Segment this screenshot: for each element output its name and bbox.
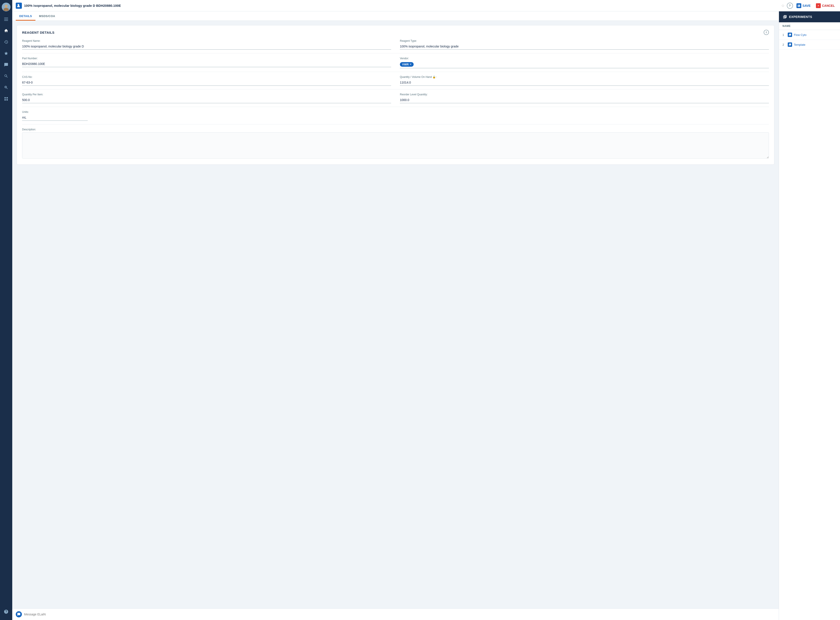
field-cas-no: CAS-No: (22, 75, 391, 86)
main-panel: DETAILS MSDS/COA REAGENT DETAILS i Reage… (12, 11, 779, 620)
field-qty-per-item: Quantity Per Item: (22, 93, 391, 103)
reagent-type-input[interactable] (400, 44, 769, 50)
cancel-button[interactable]: CANCEL (814, 2, 837, 9)
qty-per-item-label: Quantity Per Item: (22, 93, 391, 96)
message-input[interactable] (24, 612, 775, 616)
tabs-bar: DETAILS MSDS/COA (12, 11, 779, 21)
field-qty-volume: Quantity / Volume On Hand 🔒: (400, 75, 769, 86)
tab-details[interactable]: DETAILS (16, 11, 35, 21)
divider-4 (22, 107, 769, 107)
favorites-icon[interactable] (2, 49, 11, 58)
description-textarea[interactable] (22, 132, 769, 158)
card-header: REAGENT DETAILS i (22, 30, 769, 35)
page-title: 100% isopropanol, molecular biology grad… (24, 4, 779, 8)
main-wrapper: 100% isopropanol, molecular biology grad… (12, 0, 840, 620)
row-units: Units: (22, 110, 769, 121)
right-panel: EXPERIMENTS NAME 1 Flow Cyto 2 Template (779, 11, 840, 620)
row-cas-qty: CAS-No: Quantity / Volume On Hand 🔒: (22, 75, 769, 86)
reagent-name-label: Reagent Name: (22, 39, 391, 42)
field-reagent-name: Reagent Name: (22, 39, 391, 50)
exp-name-2[interactable]: Template (794, 43, 805, 47)
exp-name-1[interactable]: Flow Cyto (794, 33, 807, 36)
help-button[interactable]: ? (787, 3, 793, 9)
experiment-row-2: 2 Template (779, 40, 840, 50)
content-area: DETAILS MSDS/COA REAGENT DETAILS i Reage… (12, 11, 840, 620)
tab-msds-coa[interactable]: MSDS/COA (35, 11, 59, 21)
menu-icon[interactable] (2, 15, 11, 24)
reagent-icon (16, 3, 22, 9)
top-bar: 100% isopropanol, molecular biology grad… (12, 0, 840, 11)
svg-point-2 (5, 87, 6, 87)
field-units: Units: (22, 110, 88, 121)
reorder-level-label: Reorder Level Quantity: (400, 93, 769, 96)
divider-5 (22, 124, 769, 125)
info-button[interactable]: i (764, 30, 769, 35)
messages-icon[interactable] (2, 60, 11, 69)
exp-icon-2 (788, 42, 792, 47)
svg-point-0 (5, 5, 8, 8)
row-part-vendor: Part Number: Vendor: VWR ✕ (22, 57, 769, 68)
exp-number-2: 2 (783, 43, 786, 47)
part-number-input[interactable] (22, 61, 391, 67)
field-vendor: Vendor: VWR ✕ (400, 57, 769, 68)
cas-no-input[interactable] (22, 80, 391, 86)
vendor-label: Vendor: (400, 57, 769, 60)
row-reagent-name-type: Reagent Name: Reagent Type: (22, 39, 769, 50)
message-bar (12, 608, 779, 620)
description-label: Description: (22, 128, 769, 131)
experiments-table-header: NAME (779, 22, 840, 30)
vendor-field[interactable]: VWR ✕ (400, 61, 769, 68)
experiments-icon (783, 14, 787, 19)
advanced-search-icon[interactable] (2, 83, 11, 92)
sidebar (0, 0, 12, 620)
reagent-name-input[interactable] (22, 44, 391, 50)
favorite-star-icon[interactable]: ☆ (781, 3, 785, 8)
reorder-level-input[interactable] (400, 97, 769, 103)
scroll-content: REAGENT DETAILS i Reagent Name: Reagent … (12, 21, 779, 608)
help-circle-icon[interactable] (2, 607, 11, 616)
exp-icon-1 (788, 33, 792, 37)
qty-per-item-input[interactable] (22, 97, 391, 103)
experiment-row-1: 1 Flow Cyto (779, 30, 840, 40)
save-icon (796, 3, 801, 8)
experiments-title: EXPERIMENTS (789, 15, 812, 19)
home-icon[interactable] (2, 26, 11, 35)
grid-icon[interactable] (2, 95, 11, 103)
reagent-details-card: REAGENT DETAILS i Reagent Name: Reagent … (17, 25, 774, 165)
card-title: REAGENT DETAILS (22, 31, 54, 34)
user-avatar[interactable] (2, 3, 11, 11)
experiments-header: EXPERIMENTS (779, 11, 840, 22)
search-icon[interactable] (2, 72, 11, 80)
cancel-icon (816, 3, 821, 8)
cas-no-label: CAS-No: (22, 75, 391, 78)
message-icon (16, 611, 22, 617)
field-description: Description: (22, 128, 769, 159)
field-part-number: Part Number: (22, 57, 391, 68)
qty-volume-label: Quantity / Volume On Hand 🔒: (400, 75, 769, 78)
top-bar-actions: ? SAVE CANCEL (787, 2, 837, 9)
svg-rect-3 (18, 4, 19, 5)
reagent-type-label: Reagent Type: (400, 39, 769, 42)
part-number-label: Part Number: (22, 57, 391, 60)
field-reorder-level: Reorder Level Quantity: (400, 93, 769, 103)
save-button[interactable]: SAVE (795, 2, 813, 9)
history-icon[interactable] (2, 38, 11, 47)
row-qty-reorder: Quantity Per Item: Reorder Level Quantit… (22, 93, 769, 103)
vendor-chip[interactable]: VWR ✕ (400, 62, 414, 67)
svg-point-1 (3, 8, 9, 11)
divider-2 (22, 72, 769, 72)
units-label: Units: (22, 110, 88, 113)
field-reagent-type: Reagent Type: (400, 39, 769, 50)
vendor-chip-close-icon[interactable]: ✕ (409, 63, 411, 66)
lock-icon: 🔒 (432, 75, 436, 78)
units-input[interactable] (22, 115, 88, 121)
exp-number-1: 1 (783, 33, 786, 36)
vendor-chip-label: VWR (402, 63, 409, 66)
qty-volume-input[interactable] (400, 80, 769, 86)
